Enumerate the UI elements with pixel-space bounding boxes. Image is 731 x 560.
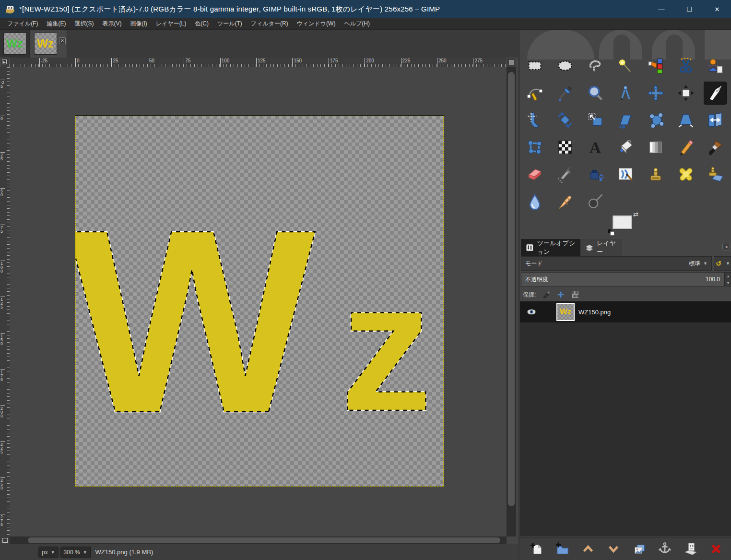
scissors-select-tool[interactable] bbox=[675, 55, 697, 77]
scale-tool[interactable] bbox=[584, 109, 606, 131]
align-icon bbox=[677, 84, 695, 102]
lock-pixels-icon[interactable] bbox=[542, 291, 550, 298]
dodge-burn-tool[interactable] bbox=[584, 191, 606, 213]
warp-transform-tool[interactable] bbox=[614, 163, 637, 185]
anchor-layer-button[interactable] bbox=[655, 540, 674, 558]
menu-1[interactable]: ファイル(F) bbox=[3, 18, 42, 29]
foreground-select-tool[interactable] bbox=[704, 55, 726, 77]
new-layer-button[interactable] bbox=[527, 540, 546, 558]
move-tool[interactable] bbox=[645, 82, 667, 104]
add-mask-button[interactable] bbox=[681, 540, 700, 558]
menu-7[interactable]: 色(C) bbox=[190, 18, 213, 29]
opacity-spinner[interactable]: ▲▼ bbox=[724, 272, 731, 286]
tab-2-letters: Wz bbox=[37, 37, 54, 50]
quick-mask-toggle[interactable] bbox=[0, 536, 10, 544]
tab-layers-active[interactable]: レイヤー bbox=[580, 239, 622, 256]
swap-colors-icon[interactable]: ⇄ bbox=[633, 211, 638, 218]
menu-9[interactable]: フィルター(R) bbox=[247, 18, 293, 29]
opacity-slider[interactable]: 不透明度 100.0 bbox=[521, 272, 724, 286]
menu-11[interactable]: ヘルプ(H) bbox=[340, 18, 374, 29]
select-by-color-tool[interactable] bbox=[645, 55, 667, 77]
close-button[interactable]: ✕ bbox=[703, 0, 731, 18]
foreground-color-swatch[interactable] bbox=[613, 215, 632, 229]
mypaint-brush-tool[interactable] bbox=[584, 163, 606, 185]
menu-4[interactable]: 表示(V) bbox=[98, 18, 126, 29]
paintbrush-tool[interactable] bbox=[704, 136, 726, 158]
menu-6[interactable]: レイヤー(L) bbox=[152, 18, 191, 29]
layer-row-selected[interactable]: Wz WZ150.png bbox=[520, 301, 731, 322]
airbrush-tool[interactable] bbox=[554, 163, 576, 185]
zoom-tool[interactable] bbox=[584, 82, 606, 104]
color-picker-tool[interactable] bbox=[554, 82, 576, 104]
rotate-tool[interactable] bbox=[554, 109, 576, 131]
zoom-follows-window-button[interactable] bbox=[507, 58, 516, 67]
align-tool[interactable] bbox=[675, 82, 697, 104]
blur-sharpen-tool[interactable] bbox=[524, 191, 546, 213]
lock-alpha-icon[interactable] bbox=[571, 291, 579, 298]
menu-3[interactable]: 選択(S) bbox=[70, 18, 98, 29]
ink-tool[interactable] bbox=[704, 82, 726, 104]
chevron-down-icon: ▼ bbox=[703, 261, 707, 266]
cage-transform-tool[interactable] bbox=[524, 136, 546, 158]
clone-tool[interactable] bbox=[645, 163, 667, 185]
menu-5[interactable]: 画像(I) bbox=[126, 18, 151, 29]
free-select-tool[interactable] bbox=[584, 55, 606, 77]
pencil-tool[interactable] bbox=[675, 136, 697, 158]
perspective-clone-tool[interactable] bbox=[704, 163, 726, 185]
panel-collapse-button[interactable]: ◂ bbox=[722, 243, 730, 250]
raise-layer-button[interactable] bbox=[578, 540, 598, 558]
ellipse-select-tool[interactable] bbox=[554, 55, 576, 77]
vertical-scrollbar[interactable] bbox=[507, 67, 516, 536]
horizontal-scrollbar-thumb[interactable] bbox=[28, 537, 500, 543]
new-layer-group-button[interactable] bbox=[553, 540, 572, 558]
zoom-level-dropdown[interactable]: 300 %▼ bbox=[60, 547, 91, 558]
menu-10[interactable]: ウィンドウ(W) bbox=[293, 18, 340, 29]
heal-icon bbox=[677, 166, 695, 183]
maximize-button[interactable]: ☐ bbox=[675, 0, 703, 18]
tab-close-icon[interactable]: ✕ bbox=[59, 37, 66, 44]
layer-thumbnail[interactable]: Wz bbox=[556, 303, 575, 321]
measure-tool[interactable] bbox=[614, 82, 637, 104]
heal-tool[interactable] bbox=[675, 163, 697, 185]
horizontal-scrollbar[interactable] bbox=[10, 536, 507, 544]
flip-tool[interactable] bbox=[704, 109, 726, 131]
shear-tool[interactable] bbox=[614, 109, 637, 131]
bucket-fill-tool[interactable] bbox=[614, 136, 637, 158]
text-tool[interactable]: A bbox=[584, 136, 606, 158]
n-point-deformation-tool[interactable] bbox=[554, 136, 576, 158]
crop-tool[interactable] bbox=[524, 109, 546, 131]
perspective-tool[interactable] bbox=[675, 109, 697, 131]
paths-tool[interactable] bbox=[524, 82, 546, 104]
menu-8[interactable]: ツール(T) bbox=[213, 18, 247, 29]
gradient-tool[interactable] bbox=[645, 136, 667, 158]
hruler-label-100: 100 bbox=[220, 58, 230, 67]
image-tab-2-active[interactable]: Wz ✕ bbox=[30, 30, 67, 58]
canvas-viewport[interactable]: W W z z bbox=[10, 67, 507, 536]
image-canvas[interactable]: W W z z bbox=[75, 116, 444, 487]
rectangle-select-tool[interactable] bbox=[524, 55, 546, 77]
menu-2[interactable]: 編集(E) bbox=[42, 18, 70, 29]
layer-mode-dropdown[interactable]: モード 標準 ▼ bbox=[521, 256, 712, 271]
minimize-button[interactable]: — bbox=[648, 0, 675, 18]
lower-layer-button[interactable] bbox=[604, 540, 623, 558]
eraser-tool[interactable] bbox=[524, 163, 546, 185]
smudge-tool[interactable] bbox=[554, 191, 576, 213]
vertical-ruler[interactable]: -250255075100125150175200225250275 bbox=[0, 67, 10, 536]
ruler-menu-button[interactable]: ▶ bbox=[0, 58, 10, 67]
vertical-scrollbar-thumb[interactable] bbox=[508, 72, 515, 506]
delete-layer-button[interactable] bbox=[707, 540, 726, 558]
image-tab-1[interactable]: Wz bbox=[0, 30, 30, 58]
tab-tool-options[interactable]: ツールオプション bbox=[521, 239, 580, 256]
visibility-eye-icon[interactable] bbox=[527, 309, 536, 315]
mode-reset-button[interactable]: ↺▼ bbox=[714, 256, 731, 271]
horizontal-ruler[interactable]: -250255075100125150175200225250275 bbox=[10, 58, 507, 67]
fuzzy-select-tool[interactable] bbox=[614, 55, 637, 77]
default-colors-icon[interactable] bbox=[608, 229, 614, 236]
unit-dropdown[interactable]: px▼ bbox=[38, 547, 59, 558]
perspective-icon bbox=[677, 111, 695, 129]
duplicate-layer-button[interactable] bbox=[630, 540, 649, 558]
handle-transform-tool[interactable] bbox=[645, 109, 667, 131]
move-icon bbox=[647, 84, 664, 102]
lock-position-icon[interactable] bbox=[557, 291, 565, 298]
delete-layer-icon bbox=[709, 542, 723, 556]
